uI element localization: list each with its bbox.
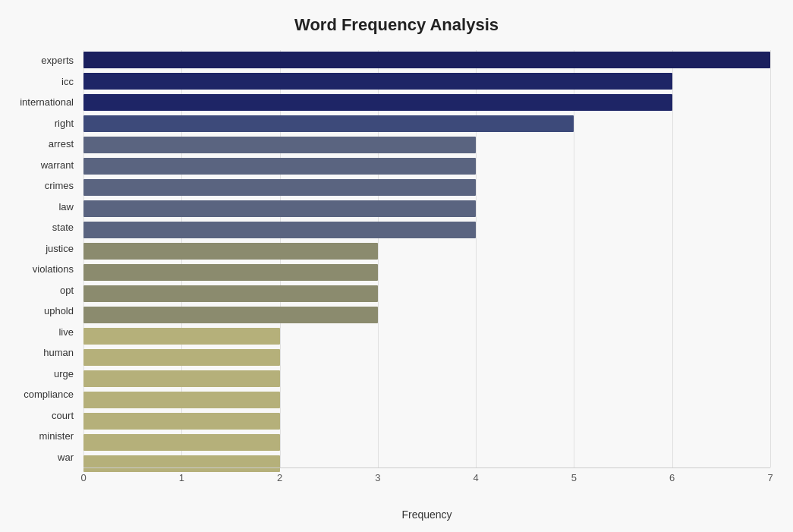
- x-tick: 5: [571, 472, 577, 483]
- bar-row: [83, 433, 770, 452]
- x-tick: 4: [474, 472, 479, 483]
- bar-row: [83, 241, 770, 261]
- x-axis-label: Frequency: [401, 508, 452, 521]
- grid-line: [770, 50, 771, 467]
- chart-container: Word Frequency Analysis expertsiccintern…: [0, 0, 793, 532]
- x-tick: 3: [375, 472, 380, 483]
- bar: [83, 434, 280, 451]
- bar-row: [83, 284, 770, 304]
- bar-row: [83, 50, 770, 70]
- x-tick: 2: [277, 472, 282, 483]
- y-label: live: [0, 322, 80, 343]
- bar: [83, 179, 476, 196]
- bar-row: [83, 199, 770, 219]
- bar: [83, 52, 770, 68]
- y-label: court: [0, 405, 80, 427]
- bar-row: [83, 220, 770, 240]
- bar: [83, 392, 280, 408]
- y-label: compliance: [0, 384, 80, 405]
- bar: [83, 285, 378, 302]
- bar-row: [83, 178, 770, 197]
- y-label: war: [0, 447, 80, 468]
- x-tick: 6: [669, 472, 675, 483]
- bar-row: [83, 326, 770, 346]
- y-label: right: [0, 113, 80, 134]
- y-label: warrant: [0, 155, 80, 176]
- y-labels: expertsiccinternationalrightarrestwarran…: [0, 50, 80, 467]
- bar-row: [83, 93, 770, 112]
- bar-row: [83, 411, 770, 431]
- y-label: state: [0, 217, 80, 238]
- bar-row: [83, 156, 770, 176]
- y-label: justice: [0, 238, 80, 260]
- bar-row: [83, 369, 770, 389]
- bar: [83, 243, 378, 260]
- y-label: international: [0, 92, 80, 113]
- y-label: urge: [0, 364, 80, 385]
- bar-row: [83, 71, 770, 91]
- y-label: human: [0, 342, 80, 364]
- bar: [83, 94, 672, 111]
- bar-row: [83, 390, 770, 410]
- bar: [83, 307, 378, 323]
- y-label: experts: [0, 50, 80, 71]
- bar: [83, 264, 378, 281]
- bar: [83, 328, 280, 345]
- chart-area: expertsiccinternationalrightarrestwarran…: [83, 50, 770, 490]
- bar: [83, 158, 476, 175]
- y-label: law: [0, 197, 80, 218]
- bar: [83, 222, 476, 238]
- y-label: opt: [0, 280, 80, 301]
- x-tick: 0: [80, 472, 86, 483]
- y-label: arrest: [0, 134, 80, 155]
- x-tick: 7: [767, 472, 773, 483]
- x-axis: Frequency 01234567: [83, 467, 770, 490]
- bar-row: [83, 263, 770, 282]
- y-label: icc: [0, 71, 80, 93]
- bar-row: [83, 305, 770, 325]
- bar: [83, 137, 476, 153]
- bar: [83, 413, 280, 430]
- bar: [83, 200, 476, 217]
- y-label: crimes: [0, 175, 80, 197]
- y-label: uphold: [0, 301, 80, 322]
- bar: [83, 370, 280, 387]
- y-label: violations: [0, 259, 80, 280]
- bar-row: [83, 348, 770, 367]
- chart-title: Word Frequency Analysis: [0, 15, 793, 35]
- bar: [83, 115, 574, 132]
- bar: [83, 349, 280, 366]
- bar-row: [83, 114, 770, 134]
- bars-area: [83, 50, 770, 467]
- y-label: minister: [0, 426, 80, 447]
- bar-row: [83, 135, 770, 155]
- x-tick: 1: [179, 472, 184, 483]
- bar: [83, 73, 672, 90]
